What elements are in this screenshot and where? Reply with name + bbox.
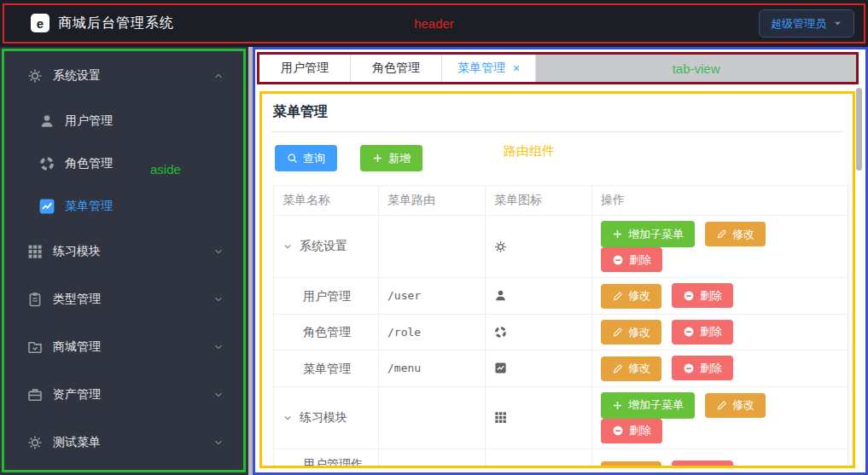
minus-circle-icon <box>683 326 695 338</box>
column-header-操作: 操作 <box>592 186 848 216</box>
op-button-label: 删除 <box>700 361 722 376</box>
vertical-scrollbar[interactable] <box>856 88 862 171</box>
pencil-icon <box>612 363 623 374</box>
delete-button[interactable]: 删除 <box>601 419 662 443</box>
caret-down-icon <box>833 19 842 28</box>
folder-icon <box>27 339 43 355</box>
helm-icon <box>494 326 583 339</box>
delete-button[interactable]: 删除 <box>601 247 662 272</box>
cell-operations: 修改删除 <box>592 350 848 387</box>
cell-menu-name: 系统设置 <box>274 216 379 278</box>
user-dropdown-label: 超级管理员 <box>771 16 826 32</box>
gear-icon <box>27 435 43 450</box>
sidebar-subitem-用户管理[interactable]: 用户管理 <box>5 100 242 142</box>
tab-list: 用户管理角色管理菜单管理× <box>259 55 536 82</box>
delete-button[interactable]: 删除 <box>672 283 733 308</box>
sidebar-item-label: 商城管理 <box>53 339 101 355</box>
op-button-label: 修改 <box>628 288 650 304</box>
sidebar-item-label: 系统设置 <box>53 68 101 84</box>
op-button-label: 增加子菜单 <box>628 397 684 413</box>
cell-menu-route: /test-user <box>379 449 486 468</box>
query-button[interactable]: 查询 <box>275 145 337 171</box>
cell-menu-icon <box>486 216 592 278</box>
cell-operations: 修改删除 <box>592 278 848 315</box>
close-icon[interactable]: × <box>513 61 520 75</box>
header-annotation-label: header <box>0 0 868 47</box>
table-row: 菜单管理/menu修改删除 <box>274 350 848 387</box>
sidebar-item-练习模块[interactable]: 练习模块 <box>5 228 242 275</box>
cell-menu-name: 用户管理作业 <box>274 449 379 468</box>
menu-name: 系统设置 <box>300 239 347 254</box>
add-child-button[interactable]: 增加子菜单 <box>601 392 695 419</box>
op-button-label: 修改 <box>628 361 650 376</box>
user-filled-icon <box>494 289 583 302</box>
edit-button[interactable]: 修改 <box>601 320 661 345</box>
expand-arrow-icon[interactable] <box>283 241 293 252</box>
edit-button[interactable]: 修改 <box>601 461 661 468</box>
tab-用户管理[interactable]: 用户管理 <box>259 55 351 82</box>
table-row: 角色管理/role修改删除 <box>274 314 848 350</box>
table-row: 用户管理作业/test-user修改删除 <box>274 449 848 468</box>
search-icon <box>287 153 298 164</box>
sidebar-subitem-label: 用户管理 <box>65 113 113 129</box>
op-button-label: 删除 <box>700 324 722 339</box>
main-area: 用户管理角色管理菜单管理× tab-view 菜单管理 查询 新增 路由组件 菜… <box>253 47 868 475</box>
edit-button[interactable]: 修改 <box>705 393 766 418</box>
minus-circle-icon <box>612 254 624 266</box>
table-row: 系统设置增加子菜单修改删除 <box>274 216 848 278</box>
table-row: 用户管理/user修改删除 <box>274 278 848 315</box>
tab-菜单管理[interactable]: 菜单管理× <box>442 55 536 82</box>
op-button-label: 修改 <box>732 397 754 413</box>
sidebar-item-资产管理[interactable]: 资产管理 <box>5 371 242 419</box>
delete-button[interactable]: 删除 <box>672 461 733 468</box>
sidebar-item-类型管理[interactable]: 类型管理 <box>5 275 242 323</box>
router-view: 菜单管理 查询 新增 路由组件 菜单名称菜单路由菜单图标操作 系统设置增加子菜单… <box>259 91 855 468</box>
sidebar: 系统设置用户管理角色管理菜单管理练习模块类型管理商城管理资产管理测试菜单 asi… <box>0 47 248 475</box>
app-header: e 商城后台管理系统 header 超级管理员 <box>0 0 868 47</box>
gear-icon <box>27 68 43 84</box>
sidebar-item-label: 练习模块 <box>53 244 101 259</box>
chevron-up-icon <box>213 71 224 81</box>
table-header-row: 菜单名称菜单路由菜单图标操作 <box>274 186 848 216</box>
sidebar-subitem-角色管理[interactable]: 角色管理 <box>5 142 242 185</box>
edit-button[interactable]: 修改 <box>601 284 661 309</box>
minus-circle-icon <box>683 290 695 302</box>
tab-label: 用户管理 <box>281 61 329 76</box>
cell-menu-route: /role <box>379 314 486 350</box>
add-button-label: 新增 <box>388 151 411 166</box>
chevron-down-icon <box>213 390 224 400</box>
op-button-label: 修改 <box>628 325 650 340</box>
menu-name: 菜单管理 <box>283 359 370 378</box>
grid-icon <box>494 411 583 424</box>
pencil-icon <box>716 400 727 411</box>
expand-arrow-icon[interactable] <box>283 413 293 423</box>
edit-button[interactable]: 修改 <box>705 222 766 246</box>
sidebar-item-测试菜单[interactable]: 测试菜单 <box>5 419 242 466</box>
op-button-label: 删除 <box>700 466 722 468</box>
cell-menu-icon <box>486 278 592 315</box>
minus-circle-icon <box>612 425 624 437</box>
tab-view: 用户管理角色管理菜单管理× tab-view <box>257 52 859 84</box>
tab-角色管理[interactable]: 角色管理 <box>351 55 442 82</box>
chart-icon <box>494 362 583 374</box>
edit-button[interactable]: 修改 <box>601 356 661 381</box>
cell-operations: 增加子菜单修改删除 <box>592 216 848 278</box>
add-button[interactable]: 新增 <box>360 145 422 171</box>
chevron-down-icon <box>213 437 224 448</box>
pencil-icon <box>716 229 727 240</box>
chart-tile-icon <box>39 199 55 214</box>
op-button-label: 修改 <box>628 466 650 468</box>
sidebar-item-系统设置[interactable]: 系统设置 <box>5 52 242 100</box>
table-row: 练习模块增加子菜单修改删除 <box>274 386 848 449</box>
delete-button[interactable]: 删除 <box>672 356 733 380</box>
op-button-label: 修改 <box>732 227 754 242</box>
sidebar-item-商城管理[interactable]: 商城管理 <box>5 323 242 371</box>
delete-button[interactable]: 删除 <box>672 320 733 345</box>
add-child-button[interactable]: 增加子菜单 <box>601 221 695 247</box>
cell-menu-route <box>379 216 486 278</box>
sidebar-subitem-菜单管理[interactable]: 菜单管理 <box>5 185 242 228</box>
tab-view-annotation-label: tab-view <box>536 55 856 82</box>
sidebar-subitem-label: 角色管理 <box>65 156 113 171</box>
user-dropdown-button[interactable]: 超级管理员 <box>759 9 854 38</box>
cell-menu-name: 菜单管理 <box>274 350 379 387</box>
